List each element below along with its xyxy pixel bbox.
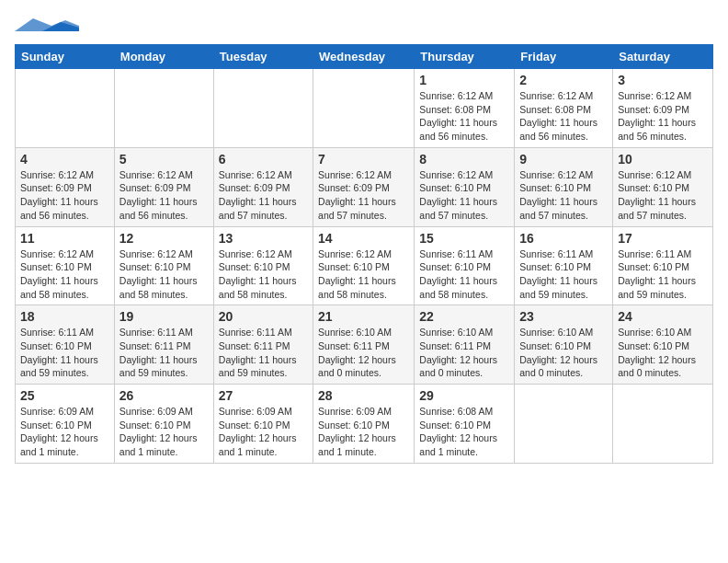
- calendar-cell: 17Sunrise: 6:11 AM Sunset: 6:10 PM Dayli…: [613, 226, 713, 305]
- day-number: 20: [219, 309, 308, 324]
- calendar-cell: 20Sunrise: 6:11 AM Sunset: 6:11 PM Dayli…: [213, 305, 313, 385]
- weekday-header: Sunday: [16, 45, 115, 69]
- day-number: 21: [318, 309, 409, 324]
- weekday-header: Monday: [114, 45, 213, 69]
- logo-icon: [15, 18, 79, 33]
- day-info: Sunrise: 6:11 AM Sunset: 6:10 PM Dayligh…: [20, 326, 109, 380]
- day-number: 22: [419, 309, 509, 324]
- calendar-cell: [613, 385, 713, 464]
- day-number: 17: [618, 231, 708, 246]
- calendar-cell: 10Sunrise: 6:12 AM Sunset: 6:10 PM Dayli…: [613, 147, 713, 226]
- day-info: Sunrise: 6:12 AM Sunset: 6:09 PM Dayligh…: [119, 168, 209, 223]
- day-info: Sunrise: 6:11 AM Sunset: 6:10 PM Dayligh…: [618, 247, 708, 302]
- calendar-table: SundayMondayTuesdayWednesdayThursdayFrid…: [15, 44, 713, 464]
- day-info: Sunrise: 6:10 AM Sunset: 6:10 PM Dayligh…: [618, 326, 708, 380]
- calendar-cell: 22Sunrise: 6:10 AM Sunset: 6:11 PM Dayli…: [415, 305, 515, 385]
- day-info: Sunrise: 6:12 AM Sunset: 6:09 PM Dayligh…: [20, 168, 109, 223]
- calendar-cell: 23Sunrise: 6:10 AM Sunset: 6:10 PM Dayli…: [515, 305, 613, 385]
- calendar-cell: 9Sunrise: 6:12 AM Sunset: 6:10 PM Daylig…: [515, 147, 613, 226]
- day-number: 23: [519, 309, 608, 324]
- day-number: 3: [618, 73, 708, 87]
- day-info: Sunrise: 6:12 AM Sunset: 6:08 PM Dayligh…: [419, 89, 509, 144]
- calendar-cell: [16, 69, 115, 148]
- calendar-cell: 18Sunrise: 6:11 AM Sunset: 6:10 PM Dayli…: [16, 305, 115, 385]
- day-info: Sunrise: 6:12 AM Sunset: 6:09 PM Dayligh…: [219, 168, 308, 223]
- calendar-cell: 29Sunrise: 6:08 AM Sunset: 6:10 PM Dayli…: [415, 385, 515, 464]
- day-number: 28: [318, 388, 409, 403]
- day-number: 15: [419, 231, 509, 246]
- calendar-cell: 3Sunrise: 6:12 AM Sunset: 6:09 PM Daylig…: [613, 69, 713, 148]
- day-number: 12: [119, 231, 209, 246]
- day-number: 11: [20, 231, 109, 246]
- weekday-header: Tuesday: [213, 45, 313, 69]
- day-info: Sunrise: 6:09 AM Sunset: 6:10 PM Dayligh…: [20, 405, 109, 459]
- calendar-cell: 2Sunrise: 6:12 AM Sunset: 6:08 PM Daylig…: [515, 69, 613, 148]
- day-number: 25: [20, 388, 109, 403]
- day-info: Sunrise: 6:10 AM Sunset: 6:10 PM Dayligh…: [519, 326, 608, 380]
- day-number: 4: [20, 152, 109, 167]
- calendar-cell: [515, 385, 613, 464]
- day-number: 13: [219, 231, 308, 246]
- day-info: Sunrise: 6:12 AM Sunset: 6:10 PM Dayligh…: [119, 247, 209, 302]
- day-number: 14: [318, 231, 409, 246]
- weekday-header: Saturday: [613, 45, 713, 69]
- calendar-cell: 7Sunrise: 6:12 AM Sunset: 6:09 PM Daylig…: [313, 147, 415, 226]
- calendar-cell: 11Sunrise: 6:12 AM Sunset: 6:10 PM Dayli…: [16, 226, 115, 305]
- day-number: 18: [20, 309, 109, 324]
- day-number: 10: [618, 152, 708, 167]
- day-info: Sunrise: 6:10 AM Sunset: 6:11 PM Dayligh…: [318, 326, 409, 380]
- day-info: Sunrise: 6:10 AM Sunset: 6:11 PM Dayligh…: [419, 326, 509, 380]
- day-number: 1: [419, 73, 509, 87]
- calendar-cell: [213, 69, 313, 148]
- day-info: Sunrise: 6:12 AM Sunset: 6:08 PM Dayligh…: [519, 89, 608, 144]
- calendar-cell: 25Sunrise: 6:09 AM Sunset: 6:10 PM Dayli…: [16, 385, 115, 464]
- calendar-cell: 14Sunrise: 6:12 AM Sunset: 6:10 PM Dayli…: [313, 226, 415, 305]
- logo: [15, 18, 79, 37]
- calendar-cell: 1Sunrise: 6:12 AM Sunset: 6:08 PM Daylig…: [415, 69, 515, 148]
- weekday-header: Friday: [515, 45, 613, 69]
- calendar-cell: 19Sunrise: 6:11 AM Sunset: 6:11 PM Dayli…: [114, 305, 213, 385]
- day-info: Sunrise: 6:11 AM Sunset: 6:10 PM Dayligh…: [519, 247, 608, 302]
- day-info: Sunrise: 6:09 AM Sunset: 6:10 PM Dayligh…: [318, 405, 409, 459]
- day-number: 27: [219, 388, 308, 403]
- day-number: 8: [419, 152, 509, 167]
- page-header: [15, 15, 713, 37]
- calendar-cell: 12Sunrise: 6:12 AM Sunset: 6:10 PM Dayli…: [114, 226, 213, 305]
- day-number: 2: [519, 73, 608, 87]
- calendar-cell: 6Sunrise: 6:12 AM Sunset: 6:09 PM Daylig…: [213, 147, 313, 226]
- day-info: Sunrise: 6:12 AM Sunset: 6:10 PM Dayligh…: [318, 247, 409, 302]
- calendar-cell: 28Sunrise: 6:09 AM Sunset: 6:10 PM Dayli…: [313, 385, 415, 464]
- day-number: 24: [618, 309, 708, 324]
- day-info: Sunrise: 6:12 AM Sunset: 6:09 PM Dayligh…: [318, 168, 409, 223]
- day-number: 7: [318, 152, 409, 167]
- day-info: Sunrise: 6:12 AM Sunset: 6:10 PM Dayligh…: [419, 168, 509, 223]
- day-number: 29: [419, 388, 509, 403]
- day-info: Sunrise: 6:11 AM Sunset: 6:10 PM Dayligh…: [419, 247, 509, 302]
- weekday-header: Wednesday: [313, 45, 415, 69]
- day-info: Sunrise: 6:11 AM Sunset: 6:11 PM Dayligh…: [119, 326, 209, 380]
- day-info: Sunrise: 6:12 AM Sunset: 6:10 PM Dayligh…: [219, 247, 308, 302]
- day-info: Sunrise: 6:08 AM Sunset: 6:10 PM Dayligh…: [419, 405, 509, 459]
- day-info: Sunrise: 6:12 AM Sunset: 6:10 PM Dayligh…: [20, 247, 109, 302]
- calendar-cell: 4Sunrise: 6:12 AM Sunset: 6:09 PM Daylig…: [16, 147, 115, 226]
- calendar-cell: 24Sunrise: 6:10 AM Sunset: 6:10 PM Dayli…: [613, 305, 713, 385]
- day-info: Sunrise: 6:09 AM Sunset: 6:10 PM Dayligh…: [219, 405, 308, 459]
- day-info: Sunrise: 6:09 AM Sunset: 6:10 PM Dayligh…: [119, 405, 209, 459]
- day-info: Sunrise: 6:12 AM Sunset: 6:10 PM Dayligh…: [519, 168, 608, 223]
- calendar-cell: 16Sunrise: 6:11 AM Sunset: 6:10 PM Dayli…: [515, 226, 613, 305]
- day-number: 6: [219, 152, 308, 167]
- day-number: 5: [119, 152, 209, 167]
- calendar-cell: 5Sunrise: 6:12 AM Sunset: 6:09 PM Daylig…: [114, 147, 213, 226]
- calendar-cell: 26Sunrise: 6:09 AM Sunset: 6:10 PM Dayli…: [114, 385, 213, 464]
- day-number: 19: [119, 309, 209, 324]
- day-number: 16: [519, 231, 608, 246]
- calendar-cell: [313, 69, 415, 148]
- calendar-cell: [114, 69, 213, 148]
- day-info: Sunrise: 6:12 AM Sunset: 6:10 PM Dayligh…: [618, 168, 708, 223]
- calendar-cell: 15Sunrise: 6:11 AM Sunset: 6:10 PM Dayli…: [415, 226, 515, 305]
- day-info: Sunrise: 6:12 AM Sunset: 6:09 PM Dayligh…: [618, 89, 708, 144]
- day-number: 26: [119, 388, 209, 403]
- calendar-cell: 13Sunrise: 6:12 AM Sunset: 6:10 PM Dayli…: [213, 226, 313, 305]
- calendar-cell: 21Sunrise: 6:10 AM Sunset: 6:11 PM Dayli…: [313, 305, 415, 385]
- weekday-header: Thursday: [415, 45, 515, 69]
